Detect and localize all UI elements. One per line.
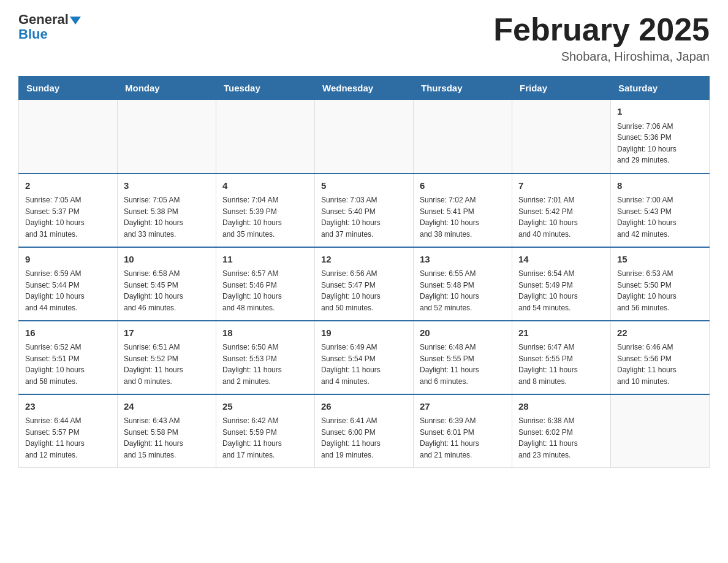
calendar-cell: 4Sunrise: 7:04 AMSunset: 5:39 PMDaylight…: [216, 174, 315, 247]
day-info: Sunrise: 7:00 AMSunset: 5:43 PMDaylight:…: [617, 194, 703, 240]
location: Shobara, Hiroshima, Japan: [493, 50, 710, 64]
calendar-cell: [19, 100, 118, 174]
day-number: 15: [617, 253, 703, 267]
day-info: Sunrise: 6:48 AMSunset: 5:55 PMDaylight:…: [420, 342, 506, 387]
calendar-cell: 22Sunrise: 6:46 AMSunset: 5:56 PMDayligh…: [611, 321, 710, 394]
day-number: 7: [518, 179, 604, 193]
calendar-week-2: 9Sunrise: 6:59 AMSunset: 5:44 PMDaylight…: [19, 247, 710, 321]
calendar-cell: 20Sunrise: 6:48 AMSunset: 5:55 PMDayligh…: [414, 321, 512, 394]
day-info: Sunrise: 6:54 AMSunset: 5:49 PMDaylight:…: [518, 268, 604, 313]
day-info: Sunrise: 6:47 AMSunset: 5:55 PMDaylight:…: [518, 342, 604, 387]
logo-general: General: [18, 12, 69, 27]
day-info: Sunrise: 6:57 AMSunset: 5:46 PMDaylight:…: [222, 268, 308, 313]
calendar-cell: 18Sunrise: 6:50 AMSunset: 5:53 PMDayligh…: [216, 321, 315, 394]
header-row: Sunday Monday Tuesday Wednesday Thursday…: [19, 77, 710, 100]
calendar-cell: 16Sunrise: 6:52 AMSunset: 5:51 PMDayligh…: [19, 321, 118, 394]
calendar-cell: 15Sunrise: 6:53 AMSunset: 5:50 PMDayligh…: [611, 247, 710, 321]
day-number: 25: [222, 400, 308, 414]
header-tuesday: Tuesday: [216, 77, 315, 100]
calendar-cell: 7Sunrise: 7:01 AMSunset: 5:42 PMDaylight…: [512, 174, 611, 247]
day-number: 18: [222, 326, 308, 340]
logo-blue: Blue: [18, 26, 48, 42]
calendar-cell: 10Sunrise: 6:58 AMSunset: 5:45 PMDayligh…: [118, 247, 216, 321]
day-info: Sunrise: 6:46 AMSunset: 5:56 PMDaylight:…: [617, 342, 703, 387]
calendar-cell: 19Sunrise: 6:49 AMSunset: 5:54 PMDayligh…: [315, 321, 414, 394]
month-title: February 2025: [493, 12, 710, 47]
calendar-cell: 3Sunrise: 7:05 AMSunset: 5:38 PMDaylight…: [118, 174, 216, 247]
calendar-week-4: 23Sunrise: 6:44 AMSunset: 5:57 PMDayligh…: [19, 394, 710, 468]
day-number: 9: [25, 253, 111, 267]
day-info: Sunrise: 7:05 AMSunset: 5:37 PMDaylight:…: [25, 194, 111, 240]
day-info: Sunrise: 7:06 AMSunset: 5:36 PMDaylight:…: [617, 121, 703, 166]
day-number: 6: [420, 179, 506, 193]
calendar-cell: 23Sunrise: 6:44 AMSunset: 5:57 PMDayligh…: [19, 394, 118, 468]
day-number: 10: [124, 253, 210, 267]
day-info: Sunrise: 7:02 AMSunset: 5:41 PMDaylight:…: [420, 194, 506, 240]
page-header: General Blue February 2025 Shobara, Hiro…: [18, 12, 710, 64]
calendar-cell: 17Sunrise: 6:51 AMSunset: 5:52 PMDayligh…: [118, 321, 216, 394]
calendar-cell: 26Sunrise: 6:41 AMSunset: 6:00 PMDayligh…: [315, 394, 414, 468]
day-info: Sunrise: 6:55 AMSunset: 5:48 PMDaylight:…: [420, 268, 506, 313]
day-info: Sunrise: 6:38 AMSunset: 6:02 PMDaylight:…: [518, 415, 604, 461]
day-number: 23: [25, 400, 111, 414]
day-number: 11: [222, 253, 308, 267]
day-number: 1: [617, 105, 703, 119]
day-number: 3: [124, 179, 210, 193]
calendar-cell: 24Sunrise: 6:43 AMSunset: 5:58 PMDayligh…: [118, 394, 216, 468]
calendar-cell: [512, 100, 611, 174]
logo-text: General Blue: [18, 12, 81, 42]
day-number: 20: [420, 326, 506, 340]
calendar-cell: 21Sunrise: 6:47 AMSunset: 5:55 PMDayligh…: [512, 321, 611, 394]
day-info: Sunrise: 6:43 AMSunset: 5:58 PMDaylight:…: [124, 415, 210, 461]
day-info: Sunrise: 6:50 AMSunset: 5:53 PMDaylight:…: [222, 342, 308, 387]
day-info: Sunrise: 6:53 AMSunset: 5:50 PMDaylight:…: [617, 268, 703, 313]
day-info: Sunrise: 6:58 AMSunset: 5:45 PMDaylight:…: [124, 268, 210, 313]
day-info: Sunrise: 6:44 AMSunset: 5:57 PMDaylight:…: [25, 415, 111, 461]
header-wednesday: Wednesday: [315, 77, 414, 100]
day-info: Sunrise: 6:52 AMSunset: 5:51 PMDaylight:…: [25, 342, 111, 387]
day-number: 13: [420, 253, 506, 267]
day-number: 16: [25, 326, 111, 340]
day-number: 2: [25, 179, 111, 193]
day-info: Sunrise: 6:56 AMSunset: 5:47 PMDaylight:…: [321, 268, 407, 313]
header-friday: Friday: [512, 77, 611, 100]
day-number: 8: [617, 179, 703, 193]
day-number: 17: [124, 326, 210, 340]
calendar-cell: 11Sunrise: 6:57 AMSunset: 5:46 PMDayligh…: [216, 247, 315, 321]
day-info: Sunrise: 6:39 AMSunset: 6:01 PMDaylight:…: [420, 415, 506, 461]
calendar-table: Sunday Monday Tuesday Wednesday Thursday…: [18, 76, 710, 468]
calendar-cell: [216, 100, 315, 174]
day-info: Sunrise: 7:04 AMSunset: 5:39 PMDaylight:…: [222, 194, 308, 240]
day-info: Sunrise: 6:41 AMSunset: 6:00 PMDaylight:…: [321, 415, 407, 461]
day-number: 14: [518, 253, 604, 267]
calendar-cell: 25Sunrise: 6:42 AMSunset: 5:59 PMDayligh…: [216, 394, 315, 468]
day-info: Sunrise: 6:49 AMSunset: 5:54 PMDaylight:…: [321, 342, 407, 387]
day-number: 19: [321, 326, 407, 340]
header-thursday: Thursday: [414, 77, 512, 100]
day-info: Sunrise: 6:51 AMSunset: 5:52 PMDaylight:…: [124, 342, 210, 387]
calendar-cell: 5Sunrise: 7:03 AMSunset: 5:40 PMDaylight…: [315, 174, 414, 247]
day-number: 28: [518, 400, 604, 414]
logo-triangle-icon: [70, 17, 81, 25]
calendar-cell: 13Sunrise: 6:55 AMSunset: 5:48 PMDayligh…: [414, 247, 512, 321]
header-sunday: Sunday: [19, 77, 118, 100]
day-number: 24: [124, 400, 210, 414]
calendar-week-3: 16Sunrise: 6:52 AMSunset: 5:51 PMDayligh…: [19, 321, 710, 394]
day-number: 5: [321, 179, 407, 193]
calendar-cell: 14Sunrise: 6:54 AMSunset: 5:49 PMDayligh…: [512, 247, 611, 321]
day-number: 21: [518, 326, 604, 340]
day-number: 27: [420, 400, 506, 414]
day-info: Sunrise: 7:03 AMSunset: 5:40 PMDaylight:…: [321, 194, 407, 240]
calendar-cell: 1Sunrise: 7:06 AMSunset: 5:36 PMDaylight…: [611, 100, 710, 174]
calendar-cell: 27Sunrise: 6:39 AMSunset: 6:01 PMDayligh…: [414, 394, 512, 468]
calendar-cell: [118, 100, 216, 174]
calendar-cell: 8Sunrise: 7:00 AMSunset: 5:43 PMDaylight…: [611, 174, 710, 247]
day-number: 26: [321, 400, 407, 414]
logo: General Blue: [18, 12, 81, 42]
day-info: Sunrise: 6:42 AMSunset: 5:59 PMDaylight:…: [222, 415, 308, 461]
header-monday: Monday: [118, 77, 216, 100]
calendar-cell: 9Sunrise: 6:59 AMSunset: 5:44 PMDaylight…: [19, 247, 118, 321]
calendar-cell: [611, 394, 710, 468]
calendar-week-0: 1Sunrise: 7:06 AMSunset: 5:36 PMDaylight…: [19, 100, 710, 174]
day-number: 22: [617, 326, 703, 340]
